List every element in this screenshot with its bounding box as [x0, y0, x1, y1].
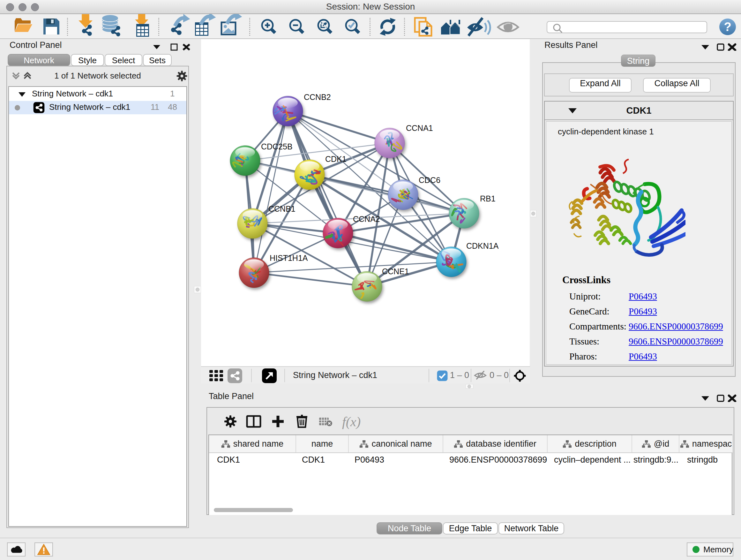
svg-text:f(x): f(x)	[342, 415, 360, 429]
